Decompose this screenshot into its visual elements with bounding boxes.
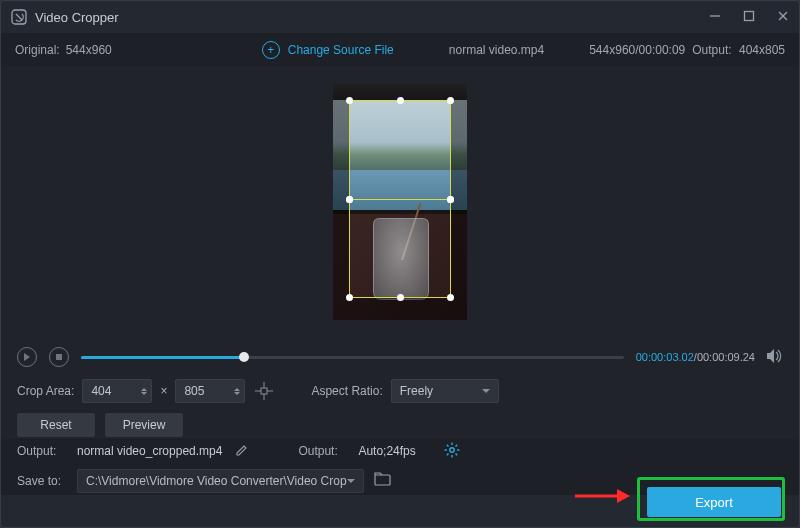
output-format-label: Output: [298,444,348,458]
preview-button[interactable]: Preview [105,413,183,437]
svg-point-13 [450,447,454,451]
export-button[interactable]: Export [647,487,781,517]
crop-handle[interactable] [346,294,353,301]
chevron-down-icon [347,479,355,483]
crop-height-input[interactable]: 805 [175,379,245,403]
volume-icon[interactable] [767,349,783,366]
original-label: Original: [15,43,60,57]
crop-handle[interactable] [447,196,454,203]
edit-filename-icon[interactable] [236,444,248,459]
svg-rect-22 [375,475,390,485]
open-folder-button[interactable] [374,472,392,489]
playback-bar: 00:00:03.02/00:00:09.24 [1,337,799,377]
aspect-ratio-select[interactable]: Freely [391,379,499,403]
crop-handle[interactable] [397,97,404,104]
infobar: Original: 544x960 + Change Source File n… [1,33,799,67]
svg-line-21 [447,453,449,455]
video-frame[interactable] [333,84,467,320]
video-preview-area [1,67,799,337]
chevron-down-icon [482,389,490,393]
svg-marker-7 [767,349,774,363]
svg-marker-5 [24,353,30,361]
window-title: Video Cropper [35,10,119,25]
change-source-label: Change Source File [288,43,394,57]
save-to-label: Save to: [17,474,67,488]
playback-time: 00:00:03.02/00:00:09.24 [636,351,755,363]
crop-handle[interactable] [346,196,353,203]
seek-slider[interactable] [81,356,624,359]
app-icon [11,9,27,25]
crop-handle[interactable] [346,97,353,104]
save-path-select[interactable]: C:\Vidmore\Vidmore Video Converter\Video… [77,469,364,493]
svg-line-18 [447,444,449,446]
play-button[interactable] [17,347,37,367]
window-controls [709,10,789,25]
output-file-label: Output: [17,444,67,458]
output-filename: normal video_cropped.mp4 [77,444,222,458]
crop-width-input[interactable]: 404 [82,379,152,403]
aspect-ratio-label: Aspect Ratio: [311,384,382,398]
stepper-icon[interactable] [234,388,240,395]
output-dimensions: Output: 404x805 [692,43,785,57]
change-source-button[interactable]: + Change Source File [262,41,394,59]
svg-rect-12 [261,388,267,394]
file-dimensions-time: 544x960/00:00:09 [589,43,685,57]
svg-line-19 [455,453,457,455]
reset-button[interactable]: Reset [17,413,95,437]
stop-button[interactable] [49,347,69,367]
crop-handle[interactable] [447,294,454,301]
crop-controls: Crop Area: 404 × 805 Aspect Ratio: Freel… [1,377,799,439]
close-button[interactable] [777,10,789,25]
crop-area-label: Crop Area: [17,384,74,398]
plus-circle-icon: + [262,41,280,59]
crop-handle[interactable] [397,294,404,301]
titlebar: Video Cropper [1,1,799,33]
multiply-symbol: × [160,384,167,398]
svg-line-20 [455,444,457,446]
minimize-button[interactable] [709,10,721,25]
current-filename: normal video.mp4 [449,43,544,57]
svg-rect-6 [56,354,62,360]
stepper-icon[interactable] [141,388,147,395]
svg-rect-2 [745,11,754,20]
original-dimensions: 544x960 [66,43,112,57]
crop-handle[interactable] [447,97,454,104]
center-crop-button[interactable] [253,380,275,402]
output-format: Auto;24fps [358,444,415,458]
crop-rectangle[interactable] [349,100,451,298]
gear-icon[interactable] [444,442,460,461]
maximize-button[interactable] [743,10,755,25]
